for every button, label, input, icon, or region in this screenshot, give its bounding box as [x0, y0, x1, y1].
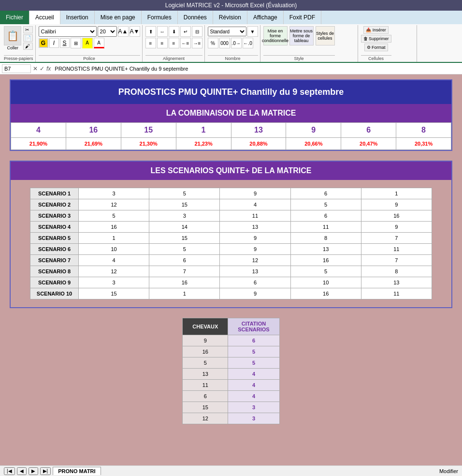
combo-num-7: 8: [396, 123, 451, 138]
scenario-cell: 14: [149, 222, 220, 233]
scenario-row: SCENARIO 1015191611: [30, 288, 432, 299]
tab-insertion[interactable]: Insertion: [60, 11, 95, 24]
scenarios-block: LES SCENARIOS QUINTE+ DE LA MATRICE SCEN…: [10, 161, 452, 308]
tab-foxit[interactable]: Foxit PDF: [284, 11, 321, 24]
reproduire-button[interactable]: 🖌: [23, 43, 33, 50]
tab-mise-en-page[interactable]: Mise en page: [95, 11, 142, 24]
scenario-cell: 13: [361, 277, 432, 288]
mise-en-forme-button[interactable]: Mise en forme conditionnelle: [263, 26, 288, 45]
font-size-select[interactable]: 20: [98, 26, 117, 37]
tab-formules[interactable]: Formules: [142, 11, 178, 24]
align-left-button[interactable]: ≡: [145, 38, 156, 48]
formula-check-icon[interactable]: ✓: [40, 65, 44, 72]
citation-num: 4: [228, 391, 279, 402]
formula-fx-icon[interactable]: fx: [46, 65, 51, 72]
thousands-button[interactable]: 000: [219, 38, 230, 48]
supprimer-button[interactable]: 🗑 Supprimer: [361, 35, 391, 43]
font-color-button[interactable]: A: [94, 38, 104, 48]
font-select[interactable]: Calibri: [39, 26, 97, 37]
scenario-cell: 6: [149, 255, 220, 266]
tab-accueil[interactable]: Accueil: [29, 11, 60, 24]
group-label-nombre: Nombre: [208, 55, 258, 61]
cheval-num: 5: [183, 357, 228, 369]
italic-button[interactable]: I: [49, 38, 59, 48]
increase-font-button[interactable]: A▲: [118, 26, 129, 37]
align-middle-button[interactable]: ↔: [157, 26, 168, 37]
scenario-cell: 16: [79, 222, 149, 233]
align-bottom-button[interactable]: ⬇: [169, 26, 179, 37]
spreadsheet: PRONOSTICS PMU QUINTE+ Chantilly du 9 se…: [0, 74, 462, 465]
combo-num-4: 13: [231, 123, 286, 138]
underline-button[interactable]: S: [60, 38, 70, 48]
decimal-increase-button[interactable]: .0→: [231, 38, 242, 48]
scenario-label-3: SCENARIO 4: [30, 222, 79, 233]
combo-num-2: 15: [121, 123, 176, 138]
bold-button[interactable]: G: [39, 38, 48, 48]
fill-color-button[interactable]: A: [82, 38, 93, 48]
combo-pct-3: 21,23%: [176, 138, 231, 150]
formula-x-icon[interactable]: ✕: [33, 65, 38, 72]
cheval-num: 16: [183, 346, 228, 357]
sheet-tab-prono-matri[interactable]: PRONO MATRI: [53, 467, 101, 475]
scenario-cell: 13: [290, 244, 361, 255]
scenario-cell: 12: [79, 266, 149, 277]
main-title-block: PRONOSTICS PMU QUINTE+ Chantilly du 9 se…: [10, 79, 452, 151]
sheet-nav-first[interactable]: |◀: [4, 467, 15, 475]
tab-donnees[interactable]: Données: [178, 11, 213, 24]
sheet-nav-prev[interactable]: ◀: [17, 467, 27, 475]
cell-reference-input[interactable]: [2, 64, 31, 73]
decrease-indent-button[interactable]: ←≡: [180, 38, 191, 48]
group-label-presse-papiers: Presse-papiers: [4, 55, 33, 61]
combo-pct-0: 21,90%: [11, 138, 66, 150]
inserer-button[interactable]: 📥 Insérer: [363, 26, 389, 34]
formula-input[interactable]: [53, 65, 460, 73]
wrap-text-button[interactable]: ↵: [180, 26, 191, 37]
scenario-label-1: SCENARIO 2: [30, 199, 79, 210]
styles-cellules-button[interactable]: Styles de cellules: [316, 26, 335, 45]
decrease-font-button[interactable]: A▼: [130, 26, 140, 37]
scenario-row: SCENARIO 4161413119: [30, 222, 432, 233]
tab-fichier[interactable]: Fichier: [0, 11, 29, 24]
copier-button[interactable]: 📄: [23, 34, 33, 42]
sub-title: LA COMBINAISON DE LA MATRICE: [11, 104, 451, 122]
tab-revision[interactable]: Révision: [213, 11, 247, 24]
cheval-num: 9: [183, 335, 228, 346]
merge-button[interactable]: ⊟: [192, 26, 202, 37]
align-top-button[interactable]: ⬆: [145, 26, 156, 37]
align-center-button[interactable]: ≡: [157, 38, 168, 48]
scenario-label-9: SCENARIO 10: [30, 288, 79, 299]
border-button[interactable]: ⊞: [71, 38, 81, 48]
combo-num-0: 4: [11, 123, 66, 138]
scenario-row: SCENARIO 931661013: [30, 277, 432, 288]
couper-button[interactable]: ✂: [23, 26, 33, 33]
ribbon-body: 📋 Coller ✂ 📄 🖌 Presse-papiers: [0, 24, 462, 63]
scenario-cell: 15: [149, 199, 220, 210]
sheet-nav-next[interactable]: ▶: [29, 467, 38, 475]
citation-num: 3: [228, 402, 279, 413]
scenario-cell: 12: [220, 255, 290, 266]
sheet-nav-last[interactable]: ▶|: [40, 467, 51, 475]
increase-indent-button[interactable]: →≡: [192, 38, 202, 48]
scenarios-table: SCENARIO 135961SCENARIO 21215459SCENARIO…: [30, 188, 432, 299]
scenario-cell: 9: [220, 188, 290, 199]
combination-numbers-row: 41615113968: [11, 123, 451, 138]
number-expand-button[interactable]: ▼: [247, 26, 258, 37]
combo-num-1: 16: [66, 123, 121, 138]
combination-percentages-row: 21,90%21,69%21,30%21,23%20,88%20,66%20,4…: [11, 138, 451, 150]
coller-button[interactable]: 📋: [4, 26, 21, 45]
scenario-label-2: SCENARIO 3: [30, 210, 79, 222]
group-label-police: Police: [39, 55, 140, 61]
format-button[interactable]: ⚙ Format: [364, 44, 388, 51]
percent-button[interactable]: %: [208, 38, 218, 48]
ribbon-tabs: Fichier Accueil Insertion Mise en page F…: [0, 11, 462, 24]
cheval-num: 15: [183, 402, 228, 413]
mettre-sous-forme-button[interactable]: Mettre sous forme de tableau: [289, 26, 314, 45]
number-format-select[interactable]: Standard: [208, 27, 246, 36]
combo-pct-6: 20,47%: [341, 138, 396, 150]
tab-affichage[interactable]: Affichage: [247, 11, 284, 24]
citation-num: 4: [228, 369, 279, 380]
align-right-button[interactable]: ≡: [169, 38, 179, 48]
scenario-cell: 11: [361, 244, 432, 255]
decimal-decrease-button[interactable]: ←.0: [243, 38, 253, 48]
scenario-cell: 6: [290, 188, 361, 199]
